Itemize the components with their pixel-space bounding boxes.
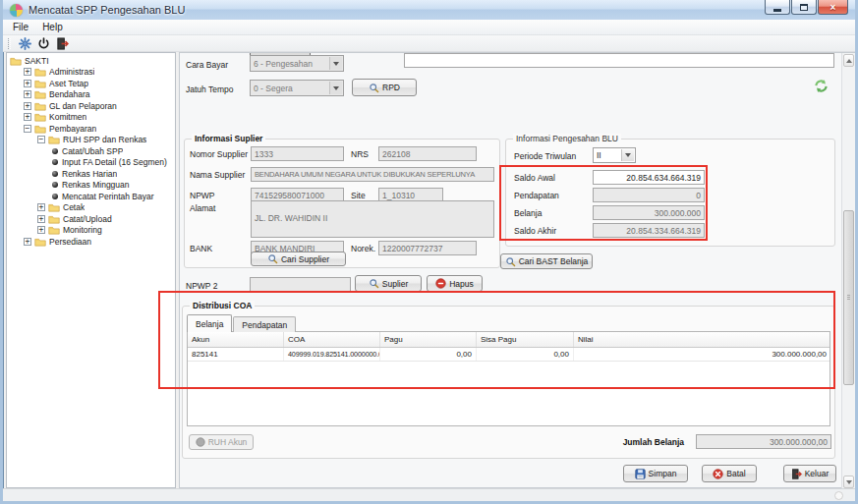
table-row[interactable]: 825141409999.019.825141.0000000.000...0,…	[188, 348, 829, 362]
periode-triwulan-value: II	[597, 150, 601, 160]
tree-expander-icon[interactable]: −	[37, 136, 45, 143]
tree-item-label: Renkas Mingguan	[62, 180, 130, 190]
folder-icon	[10, 56, 22, 66]
periode-triwulan-select[interactable]: II	[593, 147, 636, 163]
bullet-icon	[52, 182, 58, 188]
table-cell: 825141	[188, 348, 284, 361]
batal-button[interactable]: Batal	[702, 465, 757, 482]
minimize-button[interactable]	[765, 0, 790, 15]
cari-bast-belanja-button[interactable]: Cari BAST Belanja	[500, 253, 593, 269]
tree-item-label: Catat/Ubah SPP	[62, 146, 123, 156]
rpd-button[interactable]: RPD	[352, 79, 417, 96]
norek-field[interactable]: 1220007772737	[378, 241, 477, 255]
folder-icon	[48, 225, 60, 235]
column-header-nilai[interactable]: Nilai	[574, 332, 830, 347]
saldo-akhir-field[interactable]: 20.854.334.664.319	[593, 223, 705, 238]
column-header-pagu[interactable]: Pagu	[380, 332, 477, 347]
folder-icon	[48, 214, 60, 224]
settings-icon[interactable]	[18, 36, 32, 51]
power-icon[interactable]	[36, 36, 51, 51]
folder-icon	[48, 135, 60, 144]
nama-supplier-label: Nama Supplier	[190, 167, 245, 182]
tab-pendapatan[interactable]: Pendapatan	[233, 316, 296, 332]
scroll-up-button[interactable]	[843, 54, 854, 67]
menu-help[interactable]: Help	[35, 21, 70, 33]
menu-file[interactable]: File	[6, 21, 35, 33]
tree-expander-icon[interactable]: +	[24, 238, 31, 246]
column-header-coa[interactable]: COA	[284, 332, 380, 347]
vertical-scrollbar[interactable]	[841, 53, 855, 489]
tree-expander-icon[interactable]: +	[37, 215, 45, 223]
tree-expander-icon[interactable]: +	[24, 90, 31, 98]
navigation-tree: SAKTI+Administrasi+Aset Tetap+Bendahara+…	[6, 52, 176, 488]
keterangan-input[interactable]	[404, 53, 834, 68]
suplier-button-label: Suplier	[382, 279, 408, 289]
tree-item-administrasi[interactable]: +Administrasi	[7, 67, 175, 79]
npwp2-label: NPWP 2	[186, 278, 217, 293]
tree-item-sakti[interactable]: SAKTI	[7, 55, 175, 67]
tree-item-gl-dan-pelaporan[interactable]: +GL dan Pelaporan	[7, 100, 175, 112]
table-cell: 0,00	[477, 348, 574, 361]
tree-item-aset-tetap[interactable]: +Aset Tetap	[7, 78, 175, 89]
jatuh-tempo-select[interactable]: 0 - Segera	[250, 80, 344, 96]
cari-supplier-button[interactable]: Cari Supplier	[251, 252, 346, 266]
nrs-label: NRS	[351, 146, 369, 161]
maximize-button[interactable]	[791, 0, 817, 15]
close-button[interactable]: ×	[818, 0, 848, 15]
tree-item-pembayaran[interactable]: −Pembayaran	[7, 123, 175, 135]
tree-expander-icon[interactable]: +	[37, 203, 45, 211]
npwp2-field[interactable]	[250, 277, 351, 292]
tree-expander-icon[interactable]: +	[24, 68, 31, 76]
title-bar[interactable]: Mencatat SPP Pengesahan BLU ×	[3, 0, 855, 20]
keluar-button[interactable]: Keluar	[783, 465, 836, 482]
simpan-button[interactable]: Simpan	[623, 465, 688, 482]
tree-item-input-fa-detail-16-segmen[interactable]: Input FA Detail (16 Segmen)	[7, 157, 175, 169]
tree-item-persediaan[interactable]: +Persediaan	[7, 236, 175, 248]
hapus-button[interactable]: Hapus	[427, 275, 483, 292]
nama-supplier-field[interactable]: BENDAHARA UMUM NEGARA UNTUK DIBUKUKAN SE…	[251, 167, 494, 182]
nrs-field[interactable]: 262108	[378, 146, 477, 161]
refresh-icon[interactable]	[814, 79, 829, 93]
tree-expander-icon[interactable]: +	[24, 102, 31, 110]
scroll-down-button[interactable]	[843, 476, 854, 488]
tree-item-cetak[interactable]: +Cetak	[7, 202, 175, 214]
saldo-awal-field[interactable]: 20.854.634.664.319	[593, 170, 705, 185]
logout-icon[interactable]	[55, 36, 70, 51]
tree-expander-icon[interactable]: +	[37, 226, 45, 234]
magnifier-icon	[505, 256, 516, 267]
column-header-akun[interactable]: Akun	[188, 332, 284, 347]
ruh-akun-button[interactable]: RUH Akun	[189, 434, 254, 450]
minus-circle-icon	[435, 278, 446, 289]
tree-item-renkas-harian[interactable]: Renkas Harian	[7, 168, 175, 180]
bullet-icon	[52, 171, 58, 177]
tab-belanja[interactable]: Belanja	[187, 314, 232, 332]
alamat-label: Alamat	[190, 200, 215, 215]
pendapatan-field[interactable]: 0	[593, 188, 705, 202]
belanja-field[interactable]: 300.000.000	[593, 205, 705, 220]
tree-item-ruh-spp-dan-renkas[interactable]: −RUH SPP dan Renkas	[7, 135, 175, 146]
ruh-akun-label: RUH Akun	[208, 437, 248, 447]
toolbar-icons	[18, 36, 70, 51]
tree-item-komitmen[interactable]: +Komitmen	[7, 112, 175, 124]
tree-expander-icon[interactable]: +	[24, 80, 31, 87]
tree-item-catat-ubah-spp[interactable]: Catat/Ubah SPP	[7, 145, 175, 157]
suplier-button[interactable]: Suplier	[355, 275, 422, 292]
tree-item-renkas-mingguan[interactable]: Renkas Mingguan	[7, 180, 175, 192]
tree-item-label: Mencatat Perintah Bayar	[62, 192, 154, 201]
column-header-sisa-pagu[interactable]: Sisa Pagu	[477, 332, 574, 347]
scrollbar-thumb[interactable]	[843, 210, 854, 385]
tree-item-mencatat-perintah-bayar[interactable]: Mencatat Perintah Bayar	[7, 191, 175, 202]
pengesahan-group: Informasi Pengesahan BLU Periode Triwula…	[505, 139, 835, 247]
window-controls: ×	[765, 0, 848, 15]
tree-item-catat-upload[interactable]: +Catat/Upload	[7, 213, 175, 225]
chevron-down-icon	[329, 57, 342, 70]
alamat-field[interactable]: JL. DR. WAHIDIN II	[251, 200, 494, 238]
nomor-supplier-field[interactable]: 1333	[251, 146, 344, 161]
tree-expander-icon[interactable]: −	[24, 125, 31, 133]
tree-item-bendahara[interactable]: +Bendahara	[7, 89, 175, 101]
supplier-group-title: Informasi Suplier	[192, 134, 265, 143]
tree-item-monitoring[interactable]: +Monitoring	[7, 225, 175, 237]
cara-bayar-select[interactable]: 6 - Pengesahan	[250, 55, 344, 72]
bullet-icon	[52, 159, 58, 165]
tree-expander-icon[interactable]: +	[24, 113, 31, 121]
